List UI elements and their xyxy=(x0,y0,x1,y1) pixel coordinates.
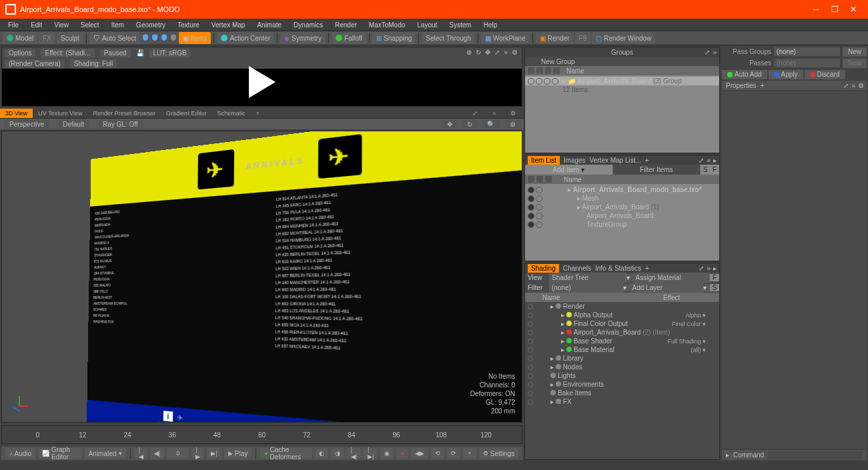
preview-paused[interactable]: Paused xyxy=(100,49,131,57)
preview-effect[interactable]: Effect: (Shadi... xyxy=(41,49,94,57)
tab-itemlist[interactable]: Item List xyxy=(528,156,560,165)
item-row[interactable]: TextureGroup xyxy=(525,220,719,229)
menu-layout[interactable]: Layout xyxy=(412,20,442,30)
snapping-button[interactable]: ⊞Snapping xyxy=(372,32,416,44)
itemlist-menu-icon[interactable]: ▸ xyxy=(713,157,717,164)
tab-shading[interactable]: Shading xyxy=(528,264,559,273)
vp-rotate-icon[interactable]: ↻ xyxy=(462,120,478,129)
filter-none-dropdown[interactable]: (none) xyxy=(549,283,623,293)
tab-add-shading[interactable]: + xyxy=(645,265,649,272)
fx-button[interactable]: FX xyxy=(39,32,55,44)
menu-system[interactable]: System xyxy=(444,20,476,30)
add-layer-dropdown[interactable]: Add Layer xyxy=(630,283,704,293)
shader-row[interactable]: ▸ Environments xyxy=(525,380,719,389)
preview-save-icon[interactable]: 💾 xyxy=(136,49,144,57)
falloff-button[interactable]: Falloff xyxy=(332,32,366,44)
shader-row[interactable]: ▸ Airport_Arrivals_Board (2) (Item) xyxy=(525,328,719,337)
shield-icon-2[interactable] xyxy=(151,33,159,43)
shader-row[interactable]: ▸ Render xyxy=(525,302,719,311)
menu-vertexmap[interactable]: Vertex Map xyxy=(206,20,251,30)
shader-row[interactable]: ▸ FX xyxy=(525,397,719,406)
menu-file[interactable]: File xyxy=(3,20,24,30)
play-button[interactable]: ▶Play xyxy=(224,448,252,459)
key-btn-1[interactable]: ◐ xyxy=(315,448,328,459)
command-input[interactable] xyxy=(768,451,863,459)
shading-collapse-icon[interactable]: » xyxy=(707,265,711,272)
item-row[interactable]: ▸ Mesh xyxy=(525,194,719,203)
apply-button[interactable]: Apply xyxy=(769,70,803,79)
vp-zoom-icon[interactable]: 🔍 xyxy=(482,120,500,129)
tab-schematic[interactable]: Schematic xyxy=(212,109,251,118)
shield-icon-4[interactable] xyxy=(169,33,177,43)
action-center-button[interactable]: Action Center xyxy=(217,32,274,44)
assign-f-button[interactable]: F xyxy=(710,274,719,281)
goto-end-button[interactable]: ▶| xyxy=(207,448,221,459)
menu-animate[interactable]: Animate xyxy=(252,20,287,30)
close-button[interactable]: ✕ xyxy=(844,3,863,16)
menu-render[interactable]: Render xyxy=(330,20,362,30)
render-f9-button[interactable]: F9 xyxy=(575,32,591,44)
view-raygl[interactable]: Ray GL: Off xyxy=(97,120,143,129)
tab-add[interactable]: + xyxy=(251,109,265,118)
groups-expand-icon[interactable]: ⤢ xyxy=(705,49,710,56)
new-pass-button[interactable]: New xyxy=(843,59,867,68)
tab-channels[interactable]: Channels xyxy=(563,265,591,272)
frame-field[interactable]: 0 xyxy=(167,448,189,459)
item-row[interactable]: ▸ Airport_Arrivals_Board (1) xyxy=(525,203,719,211)
preview-gear-icon[interactable]: ⚙ xyxy=(512,49,518,56)
sculpt-mode-button[interactable]: Sculpt xyxy=(57,32,83,44)
preview-refresh-icon[interactable]: ↻ xyxy=(476,49,481,56)
tab-uvtexture[interactable]: UV Texture View xyxy=(33,109,87,118)
shader-row[interactable]: Lights xyxy=(525,371,719,380)
passes-dropdown[interactable]: (none) xyxy=(774,59,840,67)
itemlist-collapse-icon[interactable]: » xyxy=(707,157,711,164)
shader-row[interactable]: ▸ Alpha OutputAlpha ▾ xyxy=(525,311,719,319)
itemlist-expand-icon[interactable]: ⤢ xyxy=(699,157,704,164)
audio-button[interactable]: ♪Audio xyxy=(5,448,35,459)
tab-3dview[interactable]: 3D View xyxy=(0,109,33,118)
addlayer-s-button[interactable]: S xyxy=(710,284,719,291)
symmetry-button[interactable]: ◈Symmetry xyxy=(280,32,326,44)
preview-shading[interactable]: Shading: Full xyxy=(70,59,117,68)
key-btn-9[interactable]: ⟳ xyxy=(447,448,460,459)
item-row[interactable]: Airport_Arrivals_Board xyxy=(525,211,719,220)
3d-viewport[interactable]: ✈ ARRIVALS ✈ 430 DARJEELINGPERUGGIAMERSA… xyxy=(1,131,522,423)
key-btn-2[interactable]: ◑ xyxy=(331,448,344,459)
goto-start-button[interactable]: |◀ xyxy=(135,448,147,459)
tab-add-itemlist[interactable]: + xyxy=(645,157,649,164)
select-through-button[interactable]: Select Through xyxy=(422,32,475,44)
prev-frame-button[interactable]: ◀| xyxy=(150,448,164,459)
pass-groups-dropdown[interactable]: (none) xyxy=(774,47,840,56)
filter-items-field[interactable]: Filter Items xyxy=(613,165,701,175)
preview-zoom-icon[interactable]: ⊕ xyxy=(466,49,472,56)
tab-vertexmaplist[interactable]: Vertex Map List... xyxy=(590,157,641,164)
auto-select-button[interactable]: ⛉Auto Select xyxy=(89,32,140,44)
preview-collapse-icon[interactable]: » xyxy=(504,49,508,56)
filter-s-button[interactable]: S xyxy=(701,166,710,173)
menu-help[interactable]: Help xyxy=(478,20,503,30)
shader-row[interactable]: ▸ Nodes xyxy=(525,363,719,371)
render-window-button[interactable]: ▢Render Window xyxy=(592,32,655,44)
tab-renderpreset[interactable]: Render Preset Browser xyxy=(88,109,161,118)
assign-material-button[interactable]: Assign Material xyxy=(633,273,711,283)
properties-add[interactable]: + xyxy=(761,82,765,89)
command-chevron-icon[interactable]: ▸ xyxy=(726,451,729,459)
auto-add-button[interactable]: Auto Add xyxy=(722,70,767,79)
menu-select[interactable]: Select xyxy=(75,20,105,30)
workplane-button[interactable]: ▦WorkPlane xyxy=(481,32,530,44)
maximize-button[interactable]: ❐ xyxy=(825,3,844,16)
key-btn-7[interactable]: ◀▶ xyxy=(411,448,428,459)
preview-pan-icon[interactable]: ✥ xyxy=(485,49,490,56)
filter-f-button[interactable]: F xyxy=(710,166,719,173)
group-row[interactable]: ▸ 📁 Airport_Arrivals_Board (3) Group xyxy=(525,77,719,85)
shader-tree-dropdown[interactable]: Shader Tree xyxy=(549,273,626,283)
shader-row[interactable]: ▸ Base Material(all) ▾ xyxy=(525,345,719,354)
shading-menu-icon[interactable]: ▸ xyxy=(713,265,717,272)
view-perspective[interactable]: Perspective xyxy=(4,120,49,129)
shader-row[interactable]: Bake Items xyxy=(525,389,719,397)
menu-edit[interactable]: Edit xyxy=(25,20,47,30)
menu-item[interactable]: Item xyxy=(106,20,129,30)
tab-gradient[interactable]: Gradient Editor xyxy=(161,109,212,118)
props-expand-icon[interactable]: ⤢ xyxy=(843,82,849,89)
add-item-dropdown[interactable]: Add Item ▾ xyxy=(525,165,613,175)
